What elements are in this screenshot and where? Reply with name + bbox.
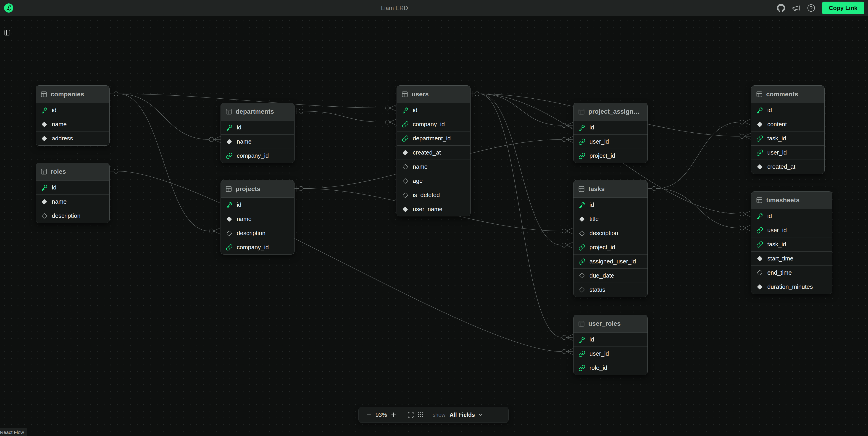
column-row-companies-id[interactable]: id xyxy=(36,103,110,117)
column-row-projects-name[interactable]: name xyxy=(221,212,294,226)
column-row-tasks-project_id[interactable]: project_id xyxy=(574,240,647,254)
diamond-outline-icon xyxy=(402,192,409,198)
table-timesheets[interactable]: timesheets id user_id task_id start_time… xyxy=(751,191,832,294)
column-row-comments-created_at[interactable]: created_at xyxy=(751,160,825,174)
fit-view-button[interactable] xyxy=(406,410,415,419)
column-name: id xyxy=(52,106,56,114)
column-row-departments-name[interactable]: name xyxy=(221,134,294,149)
column-name: role_id xyxy=(589,364,607,371)
table-name: user_roles xyxy=(588,320,621,328)
column-row-users-age[interactable]: age xyxy=(397,174,470,188)
column-row-tasks-id[interactable]: id xyxy=(574,198,647,212)
column-name: age xyxy=(413,177,423,184)
column-row-comments-task_id[interactable]: task_id xyxy=(751,131,825,146)
column-row-users-name[interactable]: name xyxy=(397,160,470,174)
fields-filter-dropdown[interactable]: All Fields xyxy=(450,412,483,418)
foreign-key-icon xyxy=(579,258,585,265)
tidy-up-button[interactable] xyxy=(415,410,425,419)
column-row-roles-id[interactable]: id xyxy=(36,180,110,194)
column-name: name xyxy=(237,216,252,223)
diamond-filled-icon xyxy=(226,216,232,223)
column-name: assigned_user_id xyxy=(589,258,636,265)
github-icon[interactable] xyxy=(777,4,785,12)
diamond-filled-icon xyxy=(226,138,232,145)
column-row-users-is_deleted[interactable]: is_deleted xyxy=(397,188,470,202)
primary-key-icon xyxy=(579,124,585,131)
column-row-timesheets-user_id[interactable]: user_id xyxy=(751,223,832,237)
table-name: timesheets xyxy=(766,196,800,204)
column-row-comments-id[interactable]: id xyxy=(751,103,825,117)
column-name: company_id xyxy=(237,152,269,159)
column-row-tasks-status[interactable]: status xyxy=(574,283,647,297)
liam-logo[interactable]: ℒ xyxy=(4,3,13,12)
column-row-departments-id[interactable]: id xyxy=(221,120,294,134)
table-tasks[interactable]: tasks id title description project_id as… xyxy=(573,180,648,297)
primary-key-icon xyxy=(402,107,409,114)
table-comments[interactable]: comments id content task_id user_id crea… xyxy=(751,85,825,174)
table-departments[interactable]: departments id name company_id xyxy=(221,103,294,163)
zoom-in-button[interactable] xyxy=(389,410,398,419)
column-name: start_time xyxy=(767,255,793,262)
column-row-departments-company_id[interactable]: company_id xyxy=(221,149,294,163)
table-name: companies xyxy=(51,91,84,98)
column-row-comments-content[interactable]: content xyxy=(751,117,825,131)
foreign-key-icon xyxy=(579,244,585,251)
panel-left-toggle-icon[interactable] xyxy=(4,29,11,36)
table-roles[interactable]: roles id name description xyxy=(36,163,110,223)
table-companies[interactable]: companies id name address xyxy=(36,85,110,146)
table-user_roles[interactable]: user_roles id user_id role_id xyxy=(573,315,648,375)
column-row-project_assignments-user_id[interactable]: user_id xyxy=(574,134,647,149)
erd-canvas[interactable] xyxy=(0,16,868,436)
column-row-user_roles-id[interactable]: id xyxy=(574,332,647,346)
help-icon[interactable] xyxy=(807,4,815,12)
table-users[interactable]: users id company_id department_id create… xyxy=(397,85,470,216)
top-bar: ℒ Liam ERD Copy Link xyxy=(0,0,868,16)
column-row-tasks-due_date[interactable]: due_date xyxy=(574,269,647,283)
column-row-comments-user_id[interactable]: user_id xyxy=(751,146,825,160)
column-name: user_id xyxy=(589,138,609,145)
table-project_assignments[interactable]: project_assignme... id user_id project_i… xyxy=(573,103,648,163)
column-name: project_id xyxy=(589,152,615,159)
foreign-key-icon xyxy=(579,365,585,371)
column-row-timesheets-end_time[interactable]: end_time xyxy=(751,266,832,280)
column-row-user_roles-user_id[interactable]: user_id xyxy=(574,346,647,361)
foreign-key-icon xyxy=(756,135,763,142)
megaphone-icon[interactable] xyxy=(792,4,800,12)
column-row-timesheets-id[interactable]: id xyxy=(751,209,832,223)
column-row-roles-name[interactable]: name xyxy=(36,194,110,209)
copy-link-button[interactable]: Copy Link xyxy=(822,2,864,14)
table-projects[interactable]: projects id name description company_id xyxy=(221,180,294,254)
column-row-project_assignments-project_id[interactable]: project_id xyxy=(574,149,647,163)
column-row-users-id[interactable]: id xyxy=(397,103,470,117)
table-name: project_assignme... xyxy=(588,108,643,115)
column-row-timesheets-duration_minutes[interactable]: duration_minutes xyxy=(751,280,832,294)
primary-key-icon xyxy=(226,201,232,209)
column-row-tasks-description[interactable]: description xyxy=(574,226,647,240)
column-row-users-created_at[interactable]: created_at xyxy=(397,146,470,160)
column-row-tasks-title[interactable]: title xyxy=(574,212,647,226)
react-flow-attribution[interactable]: React Flow xyxy=(0,428,27,436)
column-row-timesheets-task_id[interactable]: task_id xyxy=(751,237,832,251)
column-row-user_roles-role_id[interactable]: role_id xyxy=(574,361,647,375)
column-row-users-user_name[interactable]: user_name xyxy=(397,202,470,216)
column-row-projects-description[interactable]: description xyxy=(221,226,294,240)
table-name: users xyxy=(412,91,429,98)
column-name: name xyxy=(413,163,428,170)
column-row-tasks-assigned_user_id[interactable]: assigned_user_id xyxy=(574,254,647,269)
zoom-out-button[interactable] xyxy=(364,410,374,419)
column-row-project_assignments-id[interactable]: id xyxy=(574,120,647,134)
table-name: projects xyxy=(236,185,260,193)
column-name: company_id xyxy=(413,121,445,128)
column-row-projects-id[interactable]: id xyxy=(221,198,294,212)
column-name: user_name xyxy=(413,206,442,213)
column-row-companies-name[interactable]: name xyxy=(36,117,110,131)
column-row-projects-company_id[interactable]: company_id xyxy=(221,240,294,254)
column-row-companies-address[interactable]: address xyxy=(36,131,110,146)
column-row-users-department_id[interactable]: department_id xyxy=(397,131,470,146)
diamond-filled-icon xyxy=(41,121,48,128)
column-name: id xyxy=(589,124,594,131)
column-row-roles-description[interactable]: description xyxy=(36,209,110,223)
column-row-timesheets-start_time[interactable]: start_time xyxy=(751,251,832,266)
table-icon xyxy=(401,91,408,98)
column-row-users-company_id[interactable]: company_id xyxy=(397,117,470,131)
